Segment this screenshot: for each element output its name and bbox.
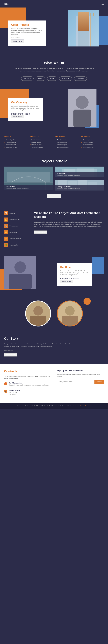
company-card: Our Company Sample text. Click to select…	[8, 98, 43, 121]
story-read-more-button-1[interactable]: READ MORE	[60, 280, 73, 283]
pill-activate[interactable]: ACTIVATE	[59, 76, 72, 81]
story-section-1: Our Story Sample text. Click to select t…	[0, 253, 108, 293]
about-col-all-benefits: All Benefits Tion dunt ipsular Praetium …	[81, 136, 104, 149]
portfolio-label-spa: SPA Resort Sample text. Click to select …	[55, 172, 104, 178]
builder-icon-sustainability[interactable]: 🌿 Sustainability	[4, 243, 30, 247]
svg-rect-16	[7, 172, 50, 184]
about-grid-section: About Us Tion dunt ipsular Praetium plan…	[0, 130, 108, 155]
builder-icon-self-performance[interactable]: ⚡ Self-Performance	[4, 236, 30, 240]
contacts-description: Use our contact form for all information…	[4, 376, 51, 380]
circle-orange-accent	[84, 298, 91, 305]
list-item: Praetium planning	[81, 142, 104, 143]
list-item: Rhoncus dui porat	[81, 144, 104, 146]
portfolio-item-spa[interactable]: SPA Resort Sample text. Click to select …	[55, 166, 104, 178]
portfolio-label-luxury: Luxury Apartments Sample text. Click to …	[55, 185, 104, 190]
portfolio-name-pavilion: The Pavilion	[6, 186, 51, 188]
story-description-2: Paragraph. Lorem ipsum dolor sit amet, c…	[4, 343, 76, 348]
portfolio-item-pavilion[interactable]: The Pavilion Sample text. Click to selec…	[4, 166, 53, 190]
pill-plan[interactable]: PLAN	[36, 76, 45, 81]
story-image-placeholder-1: Image from Pixels	[60, 278, 89, 280]
newsletter-email-input[interactable]	[57, 380, 95, 384]
self-performance-label: Self-Performance	[9, 238, 21, 240]
sustainability-icon: 🌿	[4, 243, 8, 247]
story-person-image	[4, 256, 36, 289]
svg-rect-32	[9, 274, 32, 289]
builder-icon-development[interactable]: 🔧 Development	[4, 224, 30, 228]
list-item: Tem phobos elit dunt	[30, 146, 53, 148]
portfolio-item-luxury[interactable]: Luxury Apartments Sample text. Click to …	[55, 180, 104, 190]
builders-content: We're One Of The Largest And Most Establ…	[34, 211, 104, 247]
contacts-section: Contacts Use our contact form for all in…	[0, 364, 108, 403]
portfolio-name-spa: SPA Resort	[57, 173, 102, 174]
builders-read-more-button[interactable]: READ MORE	[34, 230, 47, 234]
hero-read-more-button[interactable]: READ MORE	[11, 40, 24, 43]
portfolio-name-luxury: Luxury Apartments	[57, 186, 102, 188]
svg-point-34	[33, 306, 43, 316]
list-item: Tion dunt ipsular	[30, 139, 53, 140]
navbar: logo ☰	[0, 0, 108, 8]
newsletter-section: Sign Up For The Newsletter Subscribe to …	[57, 370, 104, 397]
pill-build[interactable]: BUILD	[47, 76, 57, 81]
list-item: Praetium planning	[55, 142, 78, 143]
sustainability-label: Sustainability	[9, 244, 18, 246]
office-location-item: 📍 Our Office Location The Generic Design…	[4, 382, 51, 388]
office-location-text: Our Office Location The Generic Design S…	[9, 382, 51, 388]
list-item: Tem phobos elit dunt	[55, 146, 78, 148]
phone-number-2: +313 503 359	[9, 394, 20, 396]
leadership-label: Leadership	[9, 232, 16, 233]
story-description-1: Sample text. Click to select the Text Bo…	[60, 270, 89, 276]
contacts-title: Contacts	[4, 370, 51, 373]
phone-number-1: +313 5101 3987	[9, 392, 20, 394]
about-col-our-mission: Our Mission Tion dunt ipsular Praetium p…	[55, 136, 78, 149]
company-title: Our Company	[11, 101, 40, 104]
building-icon: 🏗	[4, 211, 8, 215]
development-label: Development	[9, 225, 18, 227]
hero-title: Great Projects	[11, 24, 43, 26]
list-item: Tion dunt ipsular	[4, 139, 27, 140]
story-read-more-button-2[interactable]: READ MORE	[4, 353, 17, 356]
company-read-more-button[interactable]: READ MORE	[11, 115, 24, 118]
company-person-image	[68, 89, 97, 127]
list-item: Tion dunt ipsular	[81, 139, 104, 140]
view-more-wrapper: VIEW MORE	[4, 194, 104, 198]
newsletter-form: SUBMIT	[57, 380, 104, 384]
builder-icon-leadership[interactable]: 👑 Leadership	[4, 230, 30, 234]
our-company-section: Our Company Sample text. Click to select…	[0, 86, 108, 130]
svg-point-13	[76, 96, 89, 109]
pill-operate[interactable]: OPERATE	[74, 76, 87, 81]
svg-point-37	[65, 306, 75, 316]
portfolio-desc-spa: Sample text. Click to select the Text El…	[57, 175, 102, 176]
footer-link[interactable]: Click to link in editor	[80, 405, 91, 406]
nav-logo: logo	[4, 2, 9, 5]
development-icon: 🔧	[4, 224, 8, 228]
view-more-button[interactable]: VIEW MORE	[47, 194, 61, 198]
story-card-1: Our Story Sample text. Click to select t…	[57, 263, 92, 286]
phone-label: Phone (Landline)	[9, 390, 20, 391]
newsletter-submit-button[interactable]: SUBMIT	[95, 380, 104, 384]
newsletter-title: Sign Up For The Newsletter	[57, 370, 104, 372]
list-item: Tem phobos elit dunt	[81, 146, 104, 148]
list-item: Praetium planning	[30, 142, 53, 143]
circle-image-1	[25, 300, 51, 326]
svg-rect-14	[73, 110, 91, 127]
newsletter-description: Subscribe to receive information, promot…	[57, 373, 104, 378]
story-section-2: Our Story Paragraph. Lorem ipsum dolor s…	[0, 332, 108, 364]
builder-icon-building[interactable]: 🏗 Building	[4, 211, 30, 215]
pills-container: FINANCE PLAN BUILD ACTIVATE OPERATE	[4, 76, 104, 81]
contacts-left: Contacts Use our contact form for all in…	[4, 370, 51, 397]
portfolio-desc-pavilion: Sample text. Click to select the Text El…	[6, 188, 51, 189]
footer-text: Sample text. Click to select the Text El…	[4, 405, 104, 406]
preconstruction-label: Preconstruction	[9, 219, 19, 220]
builder-icon-preconstruction[interactable]: 📐 Preconstruction	[4, 218, 30, 222]
building-label: Building	[9, 212, 15, 214]
pill-finance[interactable]: FINANCE	[21, 76, 33, 81]
portfolio-right-column: SPA Resort Sample text. Click to select …	[55, 166, 104, 190]
hero-section: Great Projects Ridiculus dis placerat ul…	[0, 8, 108, 54]
about-col-title-4: All Benefits	[81, 136, 104, 138]
office-location-label: Our Office Location	[9, 382, 51, 384]
svg-rect-38	[62, 316, 78, 326]
story-title-1: Our Story	[60, 266, 89, 268]
hero-description: Ridiculus dis placerat ultrices ac Lorem…	[11, 28, 43, 36]
hamburger-menu-icon[interactable]: ☰	[101, 2, 104, 6]
builders-description: Sample text. Click to select the Text El…	[34, 221, 104, 228]
